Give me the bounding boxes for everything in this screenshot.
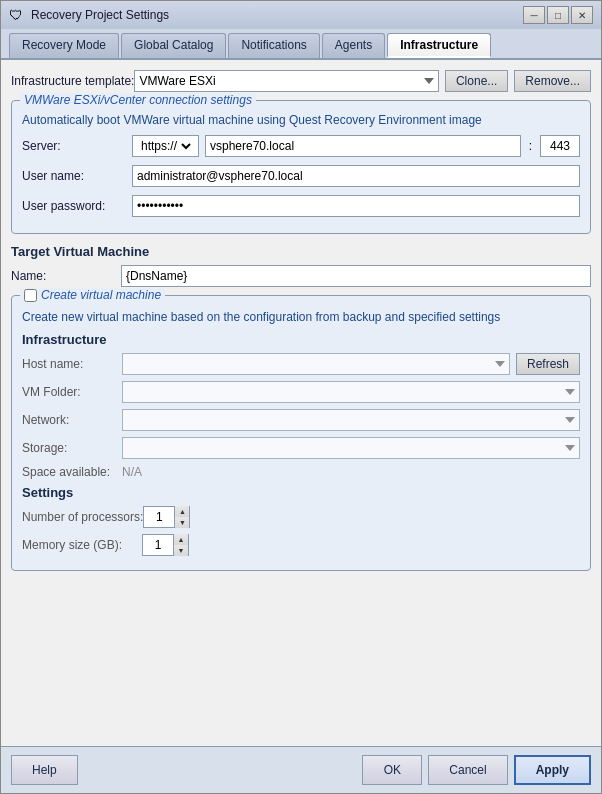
host-name-dropdown[interactable] — [122, 353, 510, 375]
memory-value[interactable] — [143, 535, 173, 555]
vm-name-input[interactable] — [121, 265, 591, 287]
create-vm-box: Create virtual machine Create new virtua… — [11, 295, 591, 571]
memory-up-button[interactable]: ▲ — [174, 534, 188, 545]
infra-section-title: Infrastructure — [22, 332, 580, 347]
create-vm-label: Create virtual machine — [41, 288, 161, 302]
tab-infrastructure[interactable]: Infrastructure — [387, 33, 491, 58]
server-host-input[interactable] — [205, 135, 521, 157]
target-vm-section: Target Virtual Machine Name: — [11, 244, 591, 287]
footer-right-buttons: OK Cancel Apply — [362, 755, 591, 785]
password-label: User password: — [22, 199, 132, 213]
processors-value[interactable] — [144, 507, 174, 527]
create-vm-description: Create new virtual machine based on the … — [22, 310, 580, 324]
target-vm-title: Target Virtual Machine — [11, 244, 591, 259]
vm-name-row: Name: — [11, 265, 591, 287]
processors-row: Number of processors: ▲ ▼ — [22, 506, 580, 528]
help-button[interactable]: Help — [11, 755, 78, 785]
infrastructure-template-label: Infrastructure template: — [11, 74, 134, 88]
tab-agents[interactable]: Agents — [322, 33, 385, 58]
create-vm-checkbox[interactable] — [24, 289, 37, 302]
processors-arrows: ▲ ▼ — [174, 506, 189, 528]
network-row: Network: — [22, 409, 580, 431]
main-content: Infrastructure template: VMWare ESXi Clo… — [1, 60, 601, 746]
processors-down-button[interactable]: ▼ — [175, 517, 189, 528]
connection-settings-group: VMWare ESXi/vCenter connection settings … — [11, 100, 591, 234]
apply-button[interactable]: Apply — [514, 755, 591, 785]
processors-label: Number of processors: — [22, 510, 143, 524]
storage-dropdown[interactable] — [122, 437, 580, 459]
memory-arrows: ▲ ▼ — [173, 534, 188, 556]
settings-title: Settings — [22, 485, 580, 500]
window-title: Recovery Project Settings — [31, 8, 523, 22]
clone-button[interactable]: Clone... — [445, 70, 508, 92]
infrastructure-template-row: Infrastructure template: VMWare ESXi Clo… — [11, 70, 591, 92]
server-label: Server: — [22, 139, 132, 153]
tab-notifications[interactable]: Notifications — [228, 33, 319, 58]
memory-row: Memory size (GB): ▲ ▼ — [22, 534, 580, 556]
connection-settings-title: VMWare ESXi/vCenter connection settings — [20, 93, 256, 107]
memory-down-button[interactable]: ▼ — [174, 545, 188, 556]
create-vm-title-area: Create virtual machine — [20, 288, 165, 302]
close-button[interactable]: ✕ — [571, 6, 593, 24]
password-row: User password: — [22, 195, 580, 217]
memory-label: Memory size (GB): — [22, 538, 142, 552]
network-label: Network: — [22, 413, 122, 427]
server-row: Server: https:// http:// : — [22, 135, 580, 157]
maximize-button[interactable]: □ — [547, 6, 569, 24]
vm-folder-row: VM Folder: — [22, 381, 580, 403]
processors-up-button[interactable]: ▲ — [175, 506, 189, 517]
network-dropdown[interactable] — [122, 409, 580, 431]
vm-folder-label: VM Folder: — [22, 385, 122, 399]
password-input[interactable] — [132, 195, 580, 217]
memory-spinner: ▲ ▼ — [142, 534, 189, 556]
connection-description: Automatically boot VMWare virtual machin… — [22, 113, 580, 127]
host-name-row: Host name: Refresh — [22, 353, 580, 375]
host-name-label: Host name: — [22, 357, 122, 371]
storage-row: Storage: — [22, 437, 580, 459]
main-window: 🛡 Recovery Project Settings ─ □ ✕ Recove… — [0, 0, 602, 794]
server-protocol-select[interactable]: https:// http:// — [137, 138, 194, 154]
storage-label: Storage: — [22, 441, 122, 455]
username-row: User name: — [22, 165, 580, 187]
ok-button[interactable]: OK — [362, 755, 422, 785]
infrastructure-template-dropdown[interactable]: VMWare ESXi — [134, 70, 439, 92]
port-separator: : — [529, 139, 532, 153]
tab-global-catalog[interactable]: Global Catalog — [121, 33, 226, 58]
space-available-value: N/A — [122, 465, 142, 479]
footer: Help OK Cancel Apply — [1, 746, 601, 793]
remove-button[interactable]: Remove... — [514, 70, 591, 92]
server-protocol-control: https:// http:// — [132, 135, 199, 157]
vm-name-label: Name: — [11, 269, 121, 283]
space-available-row: Space available: N/A — [22, 465, 580, 479]
processors-spinner: ▲ ▼ — [143, 506, 190, 528]
username-input[interactable] — [132, 165, 580, 187]
server-port-input[interactable] — [540, 135, 580, 157]
vm-folder-dropdown[interactable] — [122, 381, 580, 403]
title-bar: 🛡 Recovery Project Settings ─ □ ✕ — [1, 1, 601, 29]
tab-bar: Recovery Mode Global Catalog Notificatio… — [1, 29, 601, 60]
cancel-button[interactable]: Cancel — [428, 755, 507, 785]
title-bar-controls: ─ □ ✕ — [523, 6, 593, 24]
window-icon: 🛡 — [9, 7, 25, 23]
username-label: User name: — [22, 169, 132, 183]
minimize-button[interactable]: ─ — [523, 6, 545, 24]
space-available-label: Space available: — [22, 465, 122, 479]
tab-recovery-mode[interactable]: Recovery Mode — [9, 33, 119, 58]
refresh-button[interactable]: Refresh — [516, 353, 580, 375]
